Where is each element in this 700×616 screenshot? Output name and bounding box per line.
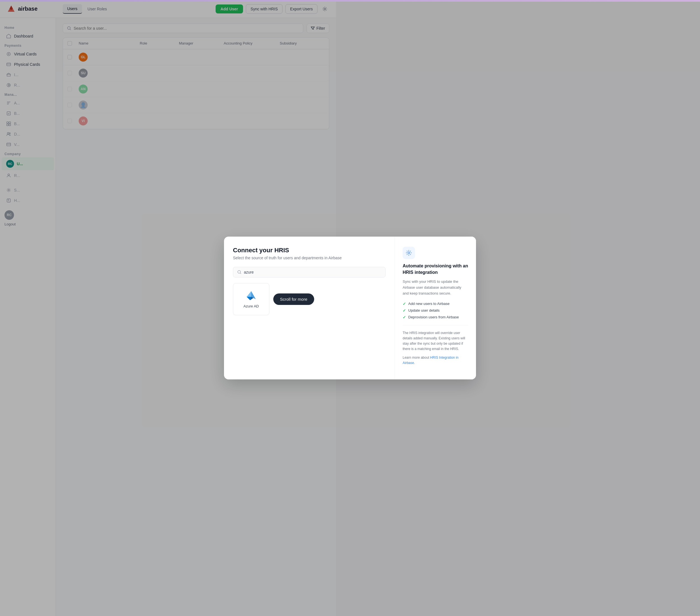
connect-hris-modal: Connect your HRIS Select the source of t… xyxy=(224,237,336,379)
azure-ad-label: Azure AD xyxy=(243,304,259,308)
azure-ad-icon xyxy=(246,290,257,301)
modal-left-panel: Connect your HRIS Select the source of t… xyxy=(224,237,336,379)
modal-subtitle: Select the source of truth for users and… xyxy=(233,256,336,260)
modal-search-box xyxy=(233,267,336,277)
scroll-for-more-button[interactable]: Scroll for more xyxy=(273,293,314,305)
modal-search-icon xyxy=(237,270,242,274)
svg-point-17 xyxy=(238,271,240,273)
top-bar xyxy=(0,0,336,2)
modal-search-input[interactable] xyxy=(244,270,336,274)
modal-title: Connect your HRIS xyxy=(233,247,336,254)
svg-marker-21 xyxy=(247,291,251,297)
modal-overlay[interactable]: Connect your HRIS Select the source of t… xyxy=(0,0,336,616)
azure-ad-card[interactable]: Azure AD xyxy=(233,283,270,315)
integration-cards: Azure AD Scroll for more xyxy=(233,283,336,315)
